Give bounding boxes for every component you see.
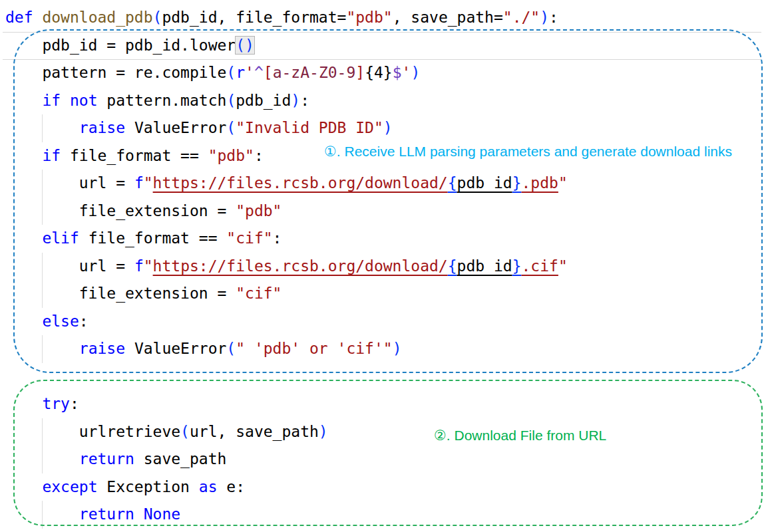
annotation-step1-label: ①. Receive LLM parsing parameters and ge…: [324, 142, 732, 161]
annotation-box-step2: [13, 380, 763, 526]
annotation-box-step1: [13, 29, 763, 373]
code-token: pdb_id, file_format: [162, 9, 337, 26]
code-token: "./": [503, 9, 540, 26]
code-line: def download_pdb(pdb_id, file_format="pd…: [5, 4, 764, 32]
code-token: download_pdb: [42, 9, 152, 26]
code-token: :: [549, 9, 558, 26]
code-token: , save_path: [393, 9, 494, 26]
annotation-step2-label: ②. Download File from URL: [434, 426, 606, 445]
code-token: ): [540, 9, 549, 26]
code-token: =: [337, 9, 347, 26]
code-token: "pdb": [346, 9, 392, 26]
code-screenshot: { "colors": { "keyword": "#0000FF", "str…: [0, 0, 764, 532]
code-token: =: [494, 9, 503, 26]
code-token: def: [5, 9, 42, 26]
code-token: (: [153, 9, 162, 26]
